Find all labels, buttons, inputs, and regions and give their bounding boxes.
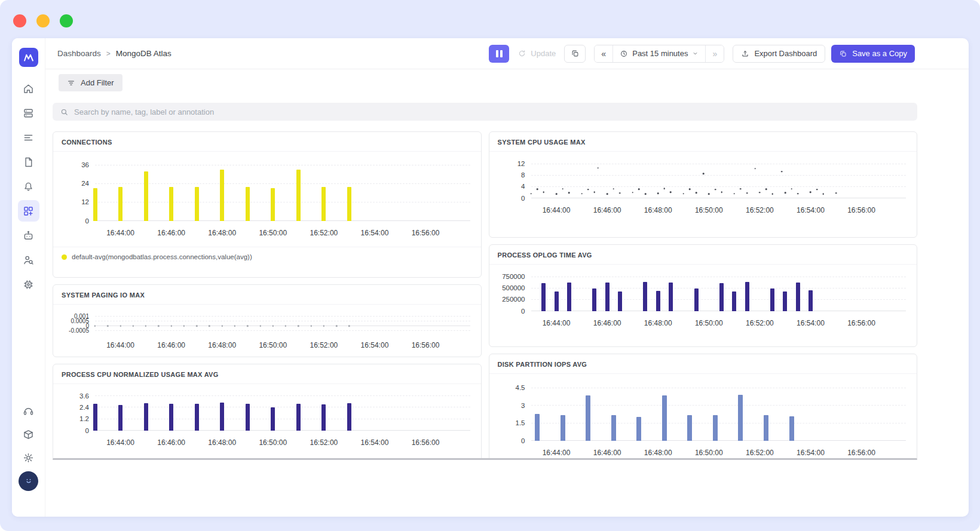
bar [636, 417, 641, 441]
pause-button[interactable] [489, 45, 509, 63]
sidebar-item-alerts[interactable] [18, 176, 39, 197]
bar [144, 403, 148, 431]
gridline [95, 316, 470, 317]
data-point [632, 192, 633, 194]
screen: Dashboards > MongoDB Atlas Update [0, 0, 980, 531]
gridline [95, 321, 470, 321]
bar [669, 283, 673, 311]
document-icon [22, 156, 35, 168]
data-point [607, 194, 608, 195]
time-forward-button[interactable]: » [706, 45, 724, 62]
gridline [531, 299, 906, 300]
sidebar-item-settings[interactable] [18, 447, 39, 468]
bar [195, 187, 199, 221]
bar [713, 415, 718, 441]
data-point [638, 188, 640, 190]
sidebar-item-home[interactable] [18, 78, 39, 99]
data-point [791, 188, 792, 190]
data-point [562, 188, 564, 190]
x-tick-label: 16:56:00 [412, 438, 440, 447]
app-logo [19, 48, 38, 67]
sidebar-item-assistant[interactable] [18, 225, 39, 246]
bar [93, 404, 97, 431]
sidebar-item-rum[interactable] [18, 249, 39, 271]
breadcrumb-dashboards[interactable]: Dashboards [57, 49, 101, 58]
y-tick-label: 0 [521, 195, 525, 202]
bar [321, 187, 326, 221]
bar [745, 282, 749, 311]
sidebar-bottom [18, 400, 39, 517]
avatar-face-icon [23, 475, 35, 487]
time-range-selector[interactable]: Past 15 minutes [612, 45, 706, 62]
update-button[interactable]: Update [515, 49, 558, 58]
charts-column-left: CONNECTIONS012243616:44:0016:46:0016:48:… [53, 131, 482, 458]
bar [535, 414, 540, 441]
sidebar-item-support[interactable] [18, 400, 39, 422]
gear-icon [22, 452, 35, 464]
sidebar-item-profile[interactable] [18, 470, 39, 492]
copy-icon [839, 50, 847, 58]
y-tick-label: 1.2 [79, 416, 89, 423]
y-tick-label: 1.5 [516, 420, 525, 427]
chart-area: 025000050000075000016:44:0016:46:0016:48… [489, 265, 917, 330]
x-axis-line [95, 220, 470, 221]
horizontal-scrollbar[interactable] [53, 458, 917, 460]
chart-plot: 01.22.43.6 [95, 394, 470, 431]
sidebar-item-dashboards[interactable] [18, 200, 39, 222]
legend-label: default-avg(mongodbatlas.process.connect… [72, 253, 252, 260]
window-controls [13, 14, 73, 27]
chart-card-system-paging-io: SYSTEM PAGING IO MAX0.0010.00050-0.00051… [53, 284, 482, 357]
maximize-window-button[interactable] [60, 14, 73, 27]
sidebar-item-integrations[interactable] [18, 274, 39, 295]
y-tick-label: 250000 [502, 296, 525, 303]
data-point [568, 192, 570, 194]
bar [93, 188, 97, 221]
chart-area: 0481216:44:0016:46:0016:48:0016:50:0016:… [489, 152, 917, 217]
save-as-copy-button[interactable]: Save as a Copy [831, 45, 915, 63]
sidebar-item-logs[interactable] [18, 127, 39, 148]
chart-card-process-cpu-normalized: PROCESS CPU NORMALIZED USAGE MAX AVG01.2… [53, 364, 482, 458]
x-tick-label: 16:46:00 [157, 341, 185, 349]
x-axis: 16:44:0016:46:0016:48:0016:50:0016:52:00… [95, 226, 470, 240]
x-tick-label: 16:56:00 [412, 341, 440, 349]
sidebar-nav [18, 78, 39, 295]
bar [220, 403, 224, 431]
x-axis: 16:44:0016:46:0016:48:0016:50:0016:52:00… [531, 446, 906, 458]
minimize-window-button[interactable] [36, 14, 50, 27]
search-input[interactable] [74, 108, 910, 116]
x-tick-label: 16:44:00 [106, 438, 134, 447]
gridline [531, 388, 906, 388]
x-tick-label: 16:44:00 [543, 449, 571, 457]
gridline [95, 202, 470, 202]
chart-plot: 0122436 [95, 161, 470, 221]
bar [118, 187, 122, 221]
time-back-button[interactable]: « [595, 45, 612, 62]
y-tick-label: -0.0005 [69, 328, 89, 334]
data-point [797, 193, 799, 195]
breadcrumb-current: MongoDB Atlas [116, 49, 172, 58]
data-point [657, 193, 659, 195]
bar [321, 404, 326, 431]
x-axis: 16:44:0016:46:0016:48:0016:50:0016:52:00… [95, 339, 470, 352]
close-window-button[interactable] [13, 14, 26, 27]
x-tick-label: 16:54:00 [361, 341, 389, 349]
add-filter-button[interactable]: Add Filter [59, 74, 122, 91]
export-dashboard-button[interactable]: Export Dashboard [733, 45, 825, 63]
x-axis: 16:44:0016:46:0016:48:0016:50:0016:52:00… [531, 204, 906, 217]
x-tick-label: 16:46:00 [157, 229, 185, 237]
chart-title: PROCESS CPU NORMALIZED USAGE MAX AVG [53, 364, 481, 384]
bar [783, 291, 787, 311]
chart-area: 01.534.516:44:0016:46:0016:48:0016:50:00… [489, 374, 917, 458]
gridline [531, 164, 906, 164]
y-tick-label: 0 [521, 437, 525, 444]
y-tick-label: 12 [517, 161, 525, 168]
sidebar-item-infrastructure[interactable] [18, 102, 39, 124]
y-tick-label: 0 [521, 308, 525, 315]
x-tick-label: 16:50:00 [695, 449, 723, 457]
sidebar-item-releases[interactable] [18, 423, 39, 445]
sidebar-item-reports[interactable] [18, 151, 39, 173]
x-axis: 16:44:0016:46:0016:48:0016:50:0016:52:00… [531, 317, 906, 330]
copy-dashboard-button[interactable] [564, 45, 586, 63]
bar [567, 283, 571, 311]
data-point [816, 189, 818, 191]
